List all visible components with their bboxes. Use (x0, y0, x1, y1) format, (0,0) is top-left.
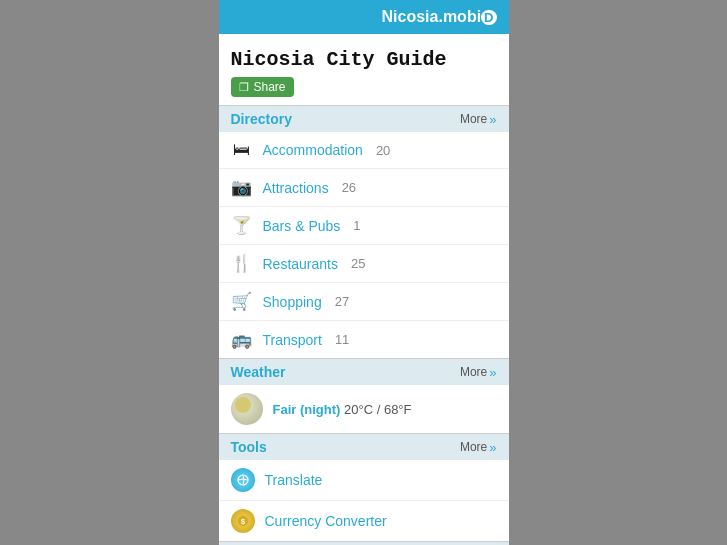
translate-icon (231, 468, 255, 492)
list-item[interactable]: 🍸 Bars & Pubs 1 (219, 207, 509, 245)
list-item[interactable]: 🛒 Shopping 27 (219, 283, 509, 321)
weather-name: Fair (night) (273, 402, 341, 417)
weather-item[interactable]: Fair (night) 20°C / 68°F (219, 385, 509, 433)
weather-more-link[interactable]: More » (460, 365, 497, 380)
weather-icon (231, 393, 263, 425)
tools-more-label: More (460, 440, 487, 454)
directory-chevron-icon: » (489, 112, 496, 127)
accommodation-icon: 🛏 (231, 140, 253, 160)
svg-text:$: $ (240, 517, 245, 526)
list-item[interactable]: 🛏 Accommodation 20 (219, 132, 509, 169)
shopping-count: 27 (335, 294, 349, 309)
translate-item[interactable]: Translate (219, 460, 509, 501)
header-brand: Nicosia.mobiD (382, 8, 497, 25)
restaurants-count: 25 (351, 256, 365, 271)
directory-title: Directory (231, 111, 292, 127)
tools-section-header: Tools More » (219, 433, 509, 460)
directory-list: 🛏 Accommodation 20 📷 Attractions 26 🍸 Ba… (219, 132, 509, 358)
attractions-label[interactable]: Attractions (263, 180, 329, 196)
currency-item[interactable]: $ Currency Converter (219, 501, 509, 541)
attractions-count: 26 (342, 180, 356, 195)
tools-more-link[interactable]: More » (460, 440, 497, 455)
directory-more-label: More (460, 112, 487, 126)
attractions-icon: 📷 (231, 177, 253, 198)
tools-chevron-icon: » (489, 440, 496, 455)
transport-count: 11 (335, 332, 349, 347)
share-icon: ❐ (239, 81, 249, 94)
share-label: Share (254, 80, 286, 94)
brand-circle: D (481, 10, 496, 25)
restaurants-icon: 🍴 (231, 253, 253, 274)
weather-more-label: More (460, 365, 487, 379)
list-item[interactable]: 🍴 Restaurants 25 (219, 245, 509, 283)
search-section: Search (219, 541, 509, 545)
header: Nicosia.mobiD (219, 0, 509, 34)
transport-label[interactable]: Transport (263, 332, 322, 348)
transport-icon: 🚌 (231, 329, 253, 350)
page-title-section: Nicosia City Guide ❐ Share (219, 34, 509, 105)
share-button[interactable]: ❐ Share (231, 77, 294, 97)
weather-section-header: Weather More » (219, 358, 509, 385)
phone-container: Nicosia.mobiD Nicosia City Guide ❐ Share… (219, 0, 509, 545)
bars-label[interactable]: Bars & Pubs (263, 218, 341, 234)
weather-description: Fair (night) 20°C / 68°F (273, 402, 412, 417)
page-title: Nicosia City Guide (231, 48, 497, 71)
translate-label[interactable]: Translate (265, 472, 323, 488)
shopping-label[interactable]: Shopping (263, 294, 322, 310)
accommodation-label[interactable]: Accommodation (263, 142, 363, 158)
accommodation-count: 20 (376, 143, 390, 158)
directory-section-header: Directory More » (219, 105, 509, 132)
weather-chevron-icon: » (489, 365, 496, 380)
directory-more-link[interactable]: More » (460, 112, 497, 127)
currency-icon: $ (231, 509, 255, 533)
tools-title: Tools (231, 439, 267, 455)
restaurants-label[interactable]: Restaurants (263, 256, 338, 272)
currency-label[interactable]: Currency Converter (265, 513, 387, 529)
bars-icon: 🍸 (231, 215, 253, 236)
shopping-icon: 🛒 (231, 291, 253, 312)
list-item[interactable]: 📷 Attractions 26 (219, 169, 509, 207)
tools-list: Translate $ Currency Converter (219, 460, 509, 541)
weather-content: Fair (night) 20°C / 68°F (219, 385, 509, 433)
list-item[interactable]: 🚌 Transport 11 (219, 321, 509, 358)
weather-temperature: 20°C / 68°F (344, 402, 411, 417)
bars-count: 1 (353, 218, 360, 233)
weather-title: Weather (231, 364, 286, 380)
